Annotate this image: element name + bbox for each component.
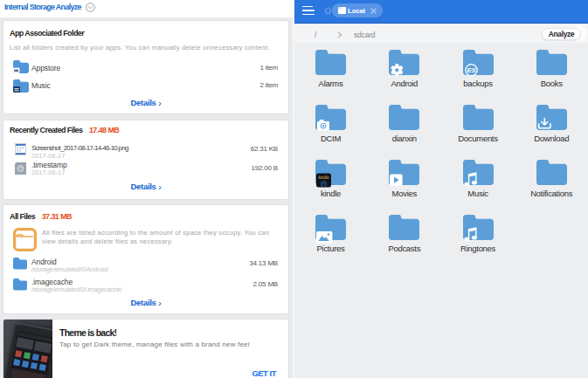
svg-text:ES: ES (467, 66, 475, 74)
svg-text:kindle: kindle (318, 175, 329, 180)
